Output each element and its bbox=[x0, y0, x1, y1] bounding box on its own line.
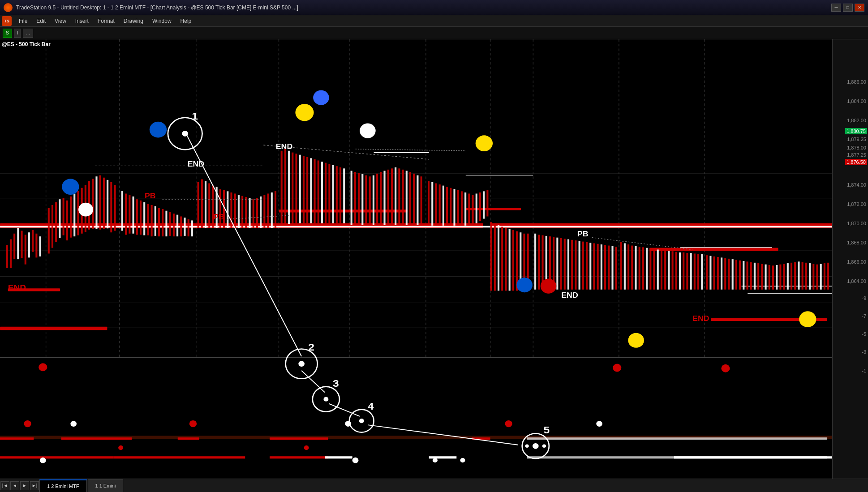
menu-file[interactable]: File bbox=[14, 17, 32, 25]
price-axis: 1,886.00 1,884.00 1,882.00 1,880.75 1,87… bbox=[832, 39, 868, 479]
svg-rect-255 bbox=[0, 456, 113, 458]
minimize-button[interactable]: ─ bbox=[831, 4, 841, 12]
svg-rect-151 bbox=[450, 188, 451, 226]
svg-rect-139 bbox=[402, 170, 404, 225]
svg-rect-133 bbox=[380, 172, 382, 225]
svg-rect-137 bbox=[395, 167, 396, 225]
tab-1-1-emini[interactable]: 1 1 Emini bbox=[88, 479, 124, 492]
svg-rect-59 bbox=[95, 176, 97, 229]
svg-rect-58 bbox=[92, 179, 94, 229]
svg-rect-99 bbox=[249, 198, 250, 228]
tab-nav-prev[interactable]: ◄ bbox=[10, 481, 19, 490]
svg-rect-239 bbox=[779, 265, 781, 290]
svg-rect-192 bbox=[604, 245, 606, 290]
svg-rect-222 bbox=[717, 257, 719, 290]
price-1870: 1,870.00 bbox=[847, 221, 866, 226]
svg-rect-153 bbox=[457, 190, 459, 226]
svg-point-278 bbox=[460, 458, 465, 462]
svg-rect-247 bbox=[809, 263, 811, 290]
svg-rect-259 bbox=[270, 437, 328, 440]
svg-rect-82 bbox=[184, 218, 185, 236]
svg-rect-75 bbox=[158, 208, 160, 236]
svg-rect-197 bbox=[624, 243, 626, 289]
svg-point-275 bbox=[304, 445, 309, 450]
svg-rect-235 bbox=[765, 265, 766, 290]
menu-edit[interactable]: Edit bbox=[32, 17, 50, 25]
svg-point-287 bbox=[298, 361, 305, 367]
svg-rect-204 bbox=[649, 248, 651, 290]
svg-rect-207 bbox=[661, 250, 662, 290]
price-1884: 1,884.00 bbox=[847, 98, 866, 104]
price-1879-25: 1,879.25 bbox=[847, 137, 866, 142]
svg-rect-72 bbox=[147, 204, 149, 235]
svg-rect-66 bbox=[125, 193, 127, 235]
restore-button[interactable]: □ bbox=[843, 4, 853, 12]
svg-point-297 bbox=[525, 444, 529, 448]
svg-rect-52 bbox=[70, 197, 72, 238]
svg-rect-223 bbox=[721, 257, 722, 289]
svg-rect-193 bbox=[608, 246, 610, 290]
svg-rect-162 bbox=[490, 222, 492, 291]
svg-rect-240 bbox=[783, 264, 785, 289]
svg-rect-41 bbox=[25, 235, 26, 264]
svg-rect-142 bbox=[413, 174, 415, 225]
svg-rect-249 bbox=[816, 265, 818, 290]
toolbar-more[interactable]: ... bbox=[23, 29, 33, 38]
close-button[interactable]: ✕ bbox=[855, 4, 864, 12]
window-controls[interactable]: ─ □ ✕ bbox=[831, 4, 864, 12]
tab-nav-last[interactable]: ►| bbox=[30, 481, 39, 490]
menu-insert[interactable]: Insert bbox=[71, 17, 93, 25]
svg-point-274 bbox=[118, 445, 123, 450]
price-1886: 1,886.00 bbox=[847, 79, 866, 85]
toolbar-i-button[interactable]: I bbox=[14, 29, 21, 38]
svg-rect-261 bbox=[325, 456, 352, 458]
svg-rect-211 bbox=[675, 252, 677, 290]
tab-nav-first[interactable]: |◄ bbox=[0, 481, 9, 490]
svg-point-271 bbox=[505, 420, 512, 427]
svg-rect-191 bbox=[601, 244, 602, 290]
svg-rect-102 bbox=[260, 197, 262, 228]
menu-format[interactable]: Format bbox=[93, 17, 119, 25]
svg-rect-81 bbox=[180, 216, 182, 236]
svg-rect-173 bbox=[534, 234, 536, 290]
svg-text:PB: PB bbox=[213, 212, 224, 221]
price-1876-50: 1,876.50 bbox=[845, 159, 867, 165]
svg-point-310 bbox=[628, 333, 644, 348]
svg-rect-113 bbox=[303, 156, 305, 223]
chart-title: @ES - 500 Tick Bar bbox=[2, 41, 51, 47]
svg-rect-107 bbox=[281, 151, 283, 225]
svg-text:2: 2 bbox=[308, 341, 314, 353]
menu-help[interactable]: Help bbox=[176, 17, 196, 25]
svg-text:10:01: 10:01 bbox=[528, 478, 546, 479]
price-1877-25: 1,877.25 bbox=[847, 152, 866, 158]
svg-rect-154 bbox=[461, 191, 463, 226]
svg-rect-215 bbox=[690, 253, 692, 290]
svg-rect-227 bbox=[735, 260, 737, 289]
svg-rect-117 bbox=[318, 160, 319, 223]
svg-rect-233 bbox=[757, 263, 759, 290]
svg-rect-155 bbox=[464, 193, 466, 226]
svg-rect-241 bbox=[787, 263, 789, 290]
svg-text:5: 5 bbox=[544, 424, 550, 436]
price-neg5: -5 bbox=[862, 331, 866, 337]
tab-nav-next[interactable]: ► bbox=[20, 481, 29, 490]
menu-window[interactable]: Window bbox=[148, 17, 176, 25]
menu-view[interactable]: View bbox=[50, 17, 71, 25]
menu-drawing[interactable]: Drawing bbox=[119, 17, 148, 25]
svg-rect-53 bbox=[73, 193, 75, 236]
svg-point-268 bbox=[70, 421, 77, 427]
svg-text:09:38:18: 09:38:18 bbox=[336, 478, 365, 479]
svg-point-301 bbox=[150, 122, 167, 138]
svg-rect-205 bbox=[653, 249, 655, 290]
svg-rect-49 bbox=[59, 199, 60, 238]
app-icon bbox=[4, 3, 13, 12]
svg-rect-64 bbox=[114, 185, 116, 231]
svg-point-276 bbox=[352, 458, 359, 463]
chart-main: @ES - 500 Tick Bar bbox=[0, 39, 832, 479]
svg-rect-238 bbox=[776, 265, 778, 290]
svg-point-313 bbox=[721, 364, 730, 372]
svg-rect-150 bbox=[446, 187, 448, 226]
tab-1-2-emini-mtf[interactable]: 1 2 Emini MTF bbox=[39, 479, 87, 492]
svg-rect-260 bbox=[270, 456, 328, 458]
toolbar-s-button[interactable]: S bbox=[3, 29, 12, 38]
